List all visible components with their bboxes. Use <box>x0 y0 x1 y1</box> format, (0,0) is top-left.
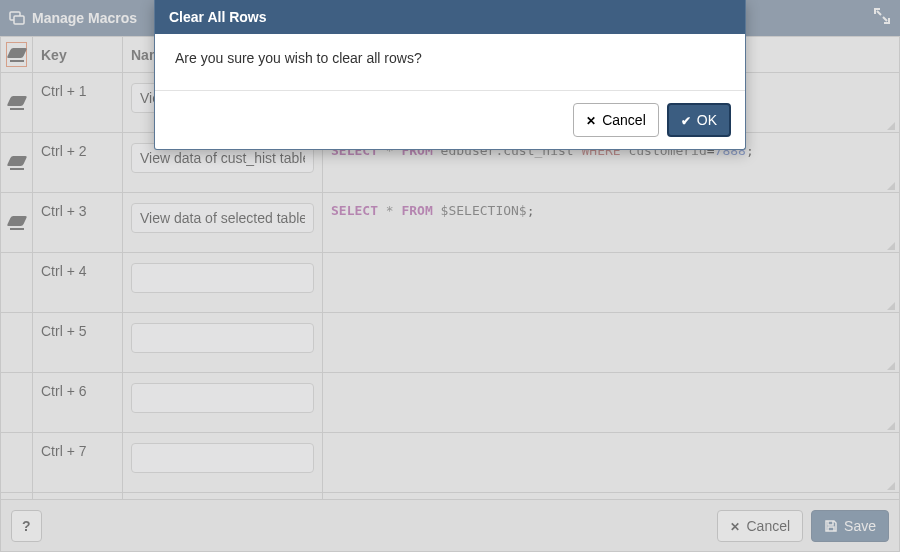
check-icon <box>681 112 691 128</box>
dialog-cancel-button[interactable]: Cancel <box>573 103 659 137</box>
dialog-footer: Cancel OK <box>155 91 745 149</box>
dialog-title: Clear All Rows <box>155 0 745 34</box>
dialog-ok-label: OK <box>697 112 717 128</box>
dialog-message: Are you sure you wish to clear all rows? <box>155 34 745 91</box>
dialog-cancel-label: Cancel <box>602 112 646 128</box>
clear-all-rows-dialog: Clear All Rows Are you sure you wish to … <box>154 0 746 150</box>
close-icon <box>586 112 596 128</box>
dialog-ok-button[interactable]: OK <box>667 103 731 137</box>
